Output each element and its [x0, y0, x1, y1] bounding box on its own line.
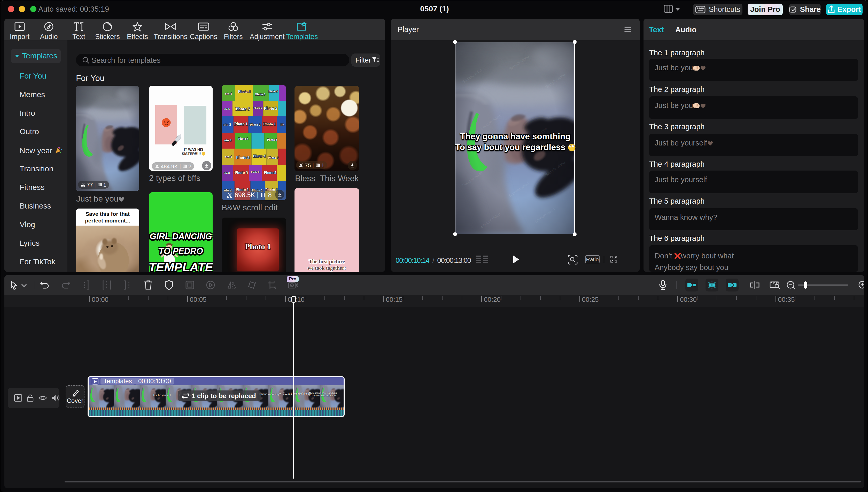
- svg-text:Photo 4: Photo 4: [253, 154, 265, 158]
- svg-text:Photo 1: Photo 1: [263, 122, 276, 126]
- svg-text:oto 4: oto 4: [225, 155, 232, 159]
- svg-text:Photo 3: Photo 3: [267, 138, 277, 142]
- svg-text:Photo 5: Photo 5: [264, 171, 276, 175]
- svg-text:Photo 4: Photo 4: [238, 90, 251, 94]
- svg-text:Photo 2: Photo 2: [250, 123, 260, 127]
- svg-text:oto 4: oto 4: [224, 138, 231, 142]
- svg-text:Photo 5: Photo 5: [267, 156, 279, 160]
- svg-text:Photo 6: Photo 6: [251, 171, 259, 173]
- svg-text:oto 6: oto 6: [224, 107, 230, 110]
- svg-text:oto 4: oto 4: [225, 92, 232, 96]
- svg-text:oto 2: oto 2: [224, 123, 231, 127]
- svg-text:Photo 6: Photo 6: [253, 106, 262, 109]
- svg-text:Photo 1: Photo 1: [234, 122, 248, 126]
- svg-text:Photo 5: Photo 5: [236, 155, 250, 160]
- svg-text:oto 8: oto 8: [224, 171, 230, 174]
- svg-text:Photo 5: Photo 5: [236, 106, 250, 112]
- svg-text:Photo 5: Photo 5: [235, 170, 248, 175]
- svg-text:Photo 3: Photo 3: [255, 93, 265, 96]
- svg-text:Photo 3: Photo 3: [238, 137, 248, 141]
- svg-text:Photo 3: Photo 3: [269, 90, 278, 93]
- svg-text:Photo 5: Photo 5: [264, 106, 277, 110]
- svg-text:Ph: Ph: [281, 123, 285, 127]
